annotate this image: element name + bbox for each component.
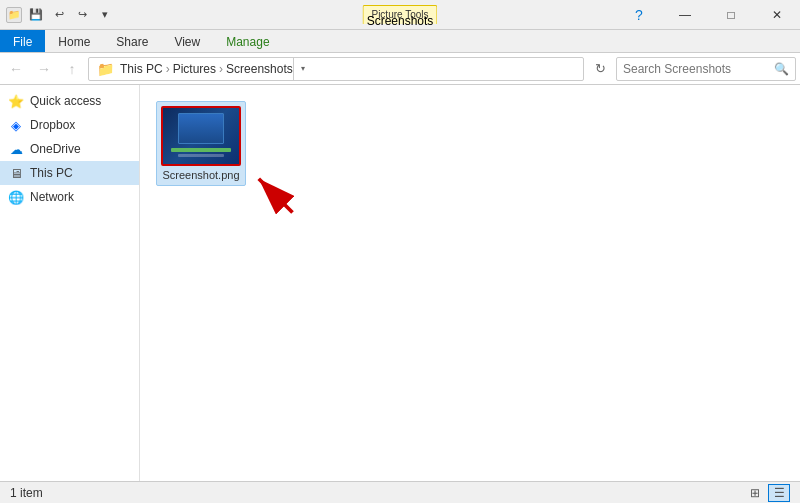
search-icon: 🔍 xyxy=(774,62,789,76)
qat-undo-button[interactable]: ↩ xyxy=(49,5,69,25)
thumbnail-white-bar xyxy=(178,154,224,157)
onedrive-icon: ☁ xyxy=(8,141,24,157)
address-dropdown-button[interactable]: ▾ xyxy=(293,57,313,81)
sidebar-item-quick-access[interactable]: ⭐ Quick access xyxy=(0,89,139,113)
thumbnail-inner xyxy=(163,108,239,164)
close-button[interactable]: ✕ xyxy=(754,0,800,30)
title-controls: ? — □ ✕ xyxy=(616,0,800,29)
title-bar: 📁 💾 ↩ ↪ ▾ Picture Tools Screenshots ? — … xyxy=(0,0,800,30)
sidebar-item-network[interactable]: 🌐 Network xyxy=(0,185,139,209)
window-title: Screenshots xyxy=(367,14,434,28)
red-arrow xyxy=(240,160,300,220)
refresh-button[interactable]: ↻ xyxy=(588,57,612,81)
main-layout: ⭐ Quick access ◈ Dropbox ☁ OneDrive 🖥 Th… xyxy=(0,85,800,482)
view-list-button[interactable]: ☰ xyxy=(768,484,790,502)
back-button[interactable]: ← xyxy=(4,57,28,81)
svg-line-1 xyxy=(259,179,293,213)
sidebar-item-onedrive[interactable]: ☁ OneDrive xyxy=(0,137,139,161)
file-name: Screenshot.png xyxy=(162,169,239,181)
tab-share[interactable]: Share xyxy=(103,30,161,52)
qat-redo-button[interactable]: ↪ xyxy=(72,5,92,25)
item-count: 1 item xyxy=(10,486,43,500)
tab-view[interactable]: View xyxy=(161,30,213,52)
breadcrumb-screenshots[interactable]: Screenshots xyxy=(226,62,293,76)
quick-access-icon: ⭐ xyxy=(8,93,24,109)
sidebar-item-network-label: Network xyxy=(30,190,74,204)
title-bar-left: 📁 💾 ↩ ↪ ▾ xyxy=(0,0,121,29)
status-bar: 1 item ⊞ ☰ xyxy=(0,481,800,503)
sidebar-item-this-pc-label: This PC xyxy=(30,166,73,180)
quick-access-toolbar: 💾 ↩ ↪ ▾ xyxy=(26,5,115,25)
forward-button[interactable]: → xyxy=(32,57,56,81)
view-buttons: ⊞ ☰ xyxy=(744,484,790,502)
tab-home[interactable]: Home xyxy=(45,30,103,52)
content-area: Screenshot.png xyxy=(140,85,800,482)
maximize-button[interactable]: □ xyxy=(708,0,754,30)
sidebar-item-this-pc[interactable]: 🖥 This PC xyxy=(0,161,139,185)
dropbox-icon: ◈ xyxy=(8,117,24,133)
address-bar: ← → ↑ 📁 This PC › Pictures › Screenshots… xyxy=(0,53,800,85)
sidebar-item-dropbox[interactable]: ◈ Dropbox xyxy=(0,113,139,137)
minimize-button[interactable]: — xyxy=(662,0,708,30)
ribbon-tabs: File Home Share View Manage xyxy=(0,30,800,52)
thumbnail-screen xyxy=(178,113,224,144)
address-path[interactable]: 📁 This PC › Pictures › Screenshots ▾ xyxy=(88,57,584,81)
breadcrumb-this-pc[interactable]: This PC xyxy=(120,62,163,76)
breadcrumb-pictures[interactable]: Pictures xyxy=(173,62,216,76)
up-button[interactable]: ↑ xyxy=(60,57,84,81)
search-input[interactable] xyxy=(623,62,774,76)
app-icon: 📁 xyxy=(6,7,22,23)
search-box: 🔍 xyxy=(616,57,796,81)
view-tiles-button[interactable]: ⊞ xyxy=(744,484,766,502)
ribbon: File Home Share View Manage xyxy=(0,30,800,53)
sidebar-item-onedrive-label: OneDrive xyxy=(30,142,81,156)
qat-dropdown-button[interactable]: ▾ xyxy=(95,5,115,25)
sidebar: ⭐ Quick access ◈ Dropbox ☁ OneDrive 🖥 Th… xyxy=(0,85,140,482)
qat-save-button[interactable]: 💾 xyxy=(26,5,46,25)
this-pc-icon: 🖥 xyxy=(8,165,24,181)
file-item-screenshot[interactable]: Screenshot.png xyxy=(156,101,246,186)
thumbnail-green-bar xyxy=(171,148,232,152)
sidebar-item-dropbox-label: Dropbox xyxy=(30,118,75,132)
file-thumbnail xyxy=(161,106,241,166)
network-icon: 🌐 xyxy=(8,189,24,205)
sidebar-item-quick-access-label: Quick access xyxy=(30,94,101,108)
tab-file[interactable]: File xyxy=(0,30,45,52)
help-button[interactable]: ? xyxy=(616,0,662,30)
tab-manage[interactable]: Manage xyxy=(213,30,282,52)
